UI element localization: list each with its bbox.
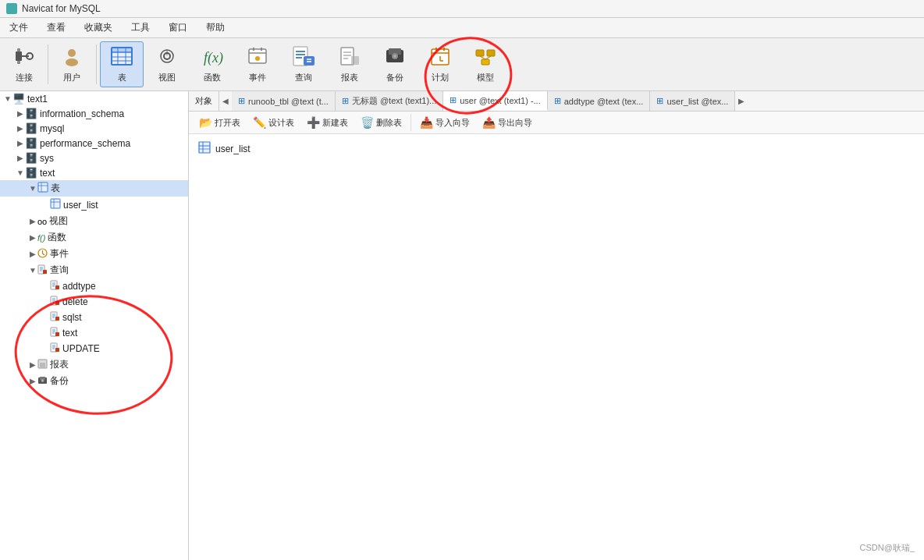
query-label: 查询 xyxy=(295,72,312,83)
new-table-label: 新建表 xyxy=(322,117,348,129)
open-table-button[interactable]: 📂 打开表 xyxy=(194,114,246,131)
addtype-arrow: ▶ xyxy=(41,282,50,291)
svg-point-5 xyxy=(68,49,76,57)
query-group-icon xyxy=(37,264,48,277)
info-arrow: ▶ xyxy=(16,109,25,118)
event-group-label: 事件 xyxy=(50,247,69,261)
svg-text:f(x): f(x) xyxy=(204,50,223,66)
sidebar-group-event[interactable]: ▶ 事件 xyxy=(0,246,188,262)
toolbar-backup-button[interactable]: 备份 xyxy=(373,41,417,87)
sidebar-group-table[interactable]: ▼ 表 xyxy=(0,180,188,197)
sidebar-item-sys[interactable]: ▶ 🗄️ sys xyxy=(0,151,188,165)
main-layout: ▼ 🖥️ text1 ▶ 🗄️ information_schema ▶ 🗄️ … xyxy=(0,91,924,560)
import-button[interactable]: 📥 导入向导 xyxy=(414,114,475,131)
table-group-label: 表 xyxy=(51,182,60,195)
tab-label-userlist: user_list @tex... xyxy=(666,97,728,106)
db-icon-text: 🗄️ xyxy=(25,167,37,179)
toolbar-report-button[interactable]: 报表 xyxy=(328,41,371,87)
menu-file[interactable]: 文件 xyxy=(6,19,31,36)
sidebar-item-user-list[interactable]: ▶ user_list xyxy=(0,197,188,213)
event-icon xyxy=(246,45,269,70)
svg-rect-46 xyxy=(482,59,489,65)
tab-user[interactable]: ⊞ user @text (text1) -... xyxy=(443,91,547,111)
table-label: 表 xyxy=(118,72,126,83)
connect-label: 连接 xyxy=(16,72,33,83)
text-query-label: text xyxy=(62,328,77,338)
sidebar-item-update[interactable]: ▶ UPDATE xyxy=(0,341,188,356)
text-query-icon xyxy=(50,327,60,339)
sidebar-item-sqlst[interactable]: ▶ sqlst xyxy=(0,310,188,325)
tab-userlist[interactable]: ⊞ user_list @tex... xyxy=(650,91,735,111)
update-icon xyxy=(50,342,60,355)
svg-rect-0 xyxy=(16,51,22,61)
sidebar-group-report[interactable]: ▶ 报表 xyxy=(0,356,188,373)
tab-untitled[interactable]: ⊞ 无标题 @text (text1)... xyxy=(336,91,443,111)
user-list-arrow: ▶ xyxy=(41,200,50,209)
text-db-arrow: ▼ xyxy=(16,168,25,177)
table-group-arrow: ▼ xyxy=(28,184,37,193)
toolbar-table-button[interactable]: 表 xyxy=(100,41,144,87)
query-group-label: 查询 xyxy=(50,264,69,277)
toolbar-schedule-button[interactable]: 计划 xyxy=(418,41,462,87)
open-table-label: 打开表 xyxy=(215,117,240,129)
menu-help[interactable]: 帮助 xyxy=(203,19,228,36)
mysql-arrow: ▶ xyxy=(16,124,25,133)
sidebar-group-backup[interactable]: ▶ 备份 xyxy=(0,373,188,389)
addtype-icon xyxy=(50,280,60,292)
delete-table-button[interactable]: 🗑️ 删除表 xyxy=(355,114,407,131)
export-button[interactable]: 📤 导出向导 xyxy=(477,114,538,131)
model-label: 模型 xyxy=(477,72,494,83)
toolbar-func-button[interactable]: f(x) 函数 xyxy=(190,41,234,87)
tab-prev-button[interactable]: ◀ xyxy=(219,91,232,111)
tab-runoob[interactable]: ⊞ runoob_tbl @text (t... xyxy=(232,91,336,111)
tab-next-button[interactable]: ▶ xyxy=(735,91,748,111)
sidebar-item-information-schema[interactable]: ▶ 🗄️ information_schema xyxy=(0,106,188,121)
svg-rect-49 xyxy=(38,183,48,192)
tab-label-runoob: runoob_tbl @text (t... xyxy=(248,97,329,106)
menu-view[interactable]: 查看 xyxy=(44,19,69,36)
sidebar-group-func[interactable]: ▶ f() 函数 xyxy=(0,229,188,246)
toolbar-event-button[interactable]: 事件 xyxy=(236,41,279,87)
delete-icon-obj: 🗑️ xyxy=(361,116,374,129)
tab-addtype[interactable]: ⊞ addtype @text (tex... xyxy=(548,91,651,111)
sidebar-root[interactable]: ▼ 🖥️ text1 xyxy=(0,91,188,106)
menu-bar: 文件 查看 收藏夹 工具 窗口 帮助 xyxy=(0,18,924,38)
backup-group-arrow: ▶ xyxy=(28,377,37,385)
toolbar-user-button[interactable]: 用户 xyxy=(51,41,93,87)
object-toolbar: 📂 打开表 ✏️ 设计表 ➕ 新建表 🗑️ 删除表 📥 xyxy=(189,112,924,134)
event-group-arrow: ▶ xyxy=(28,250,37,258)
sidebar-item-delete[interactable]: ▶ delete xyxy=(0,294,188,310)
sidebar-group-query[interactable]: ▼ 查询 xyxy=(0,262,188,278)
sidebar-group-view[interactable]: ▶ oo 视图 xyxy=(0,213,188,229)
sidebar-item-addtype[interactable]: ▶ addtype xyxy=(0,278,188,294)
report-group-label: 报表 xyxy=(50,358,69,371)
open-table-icon: 📂 xyxy=(199,116,212,129)
sidebar-item-text-db[interactable]: ▼ 🗄️ text xyxy=(0,165,188,180)
toolbar-view-button[interactable]: 视图 xyxy=(145,41,189,87)
menu-window[interactable]: 窗口 xyxy=(165,19,190,36)
db-icon-info: 🗄️ xyxy=(25,108,37,119)
new-table-button[interactable]: ➕ 新建表 xyxy=(301,114,354,131)
design-label: 设计表 xyxy=(268,117,294,129)
func-icon: f(x) xyxy=(201,45,224,70)
sidebar-item-performance-schema[interactable]: ▶ 🗄️ performance_schema xyxy=(0,136,188,151)
toolbar-query-button[interactable]: 查询 xyxy=(281,41,326,87)
design-table-button[interactable]: ✏️ 设计表 xyxy=(247,114,300,131)
toolbar-model-button[interactable]: 模型 xyxy=(464,41,507,87)
svg-rect-62 xyxy=(43,270,47,274)
menu-tools[interactable]: 工具 xyxy=(128,19,153,36)
user-icon xyxy=(61,45,83,70)
backup-group-icon xyxy=(37,375,48,388)
menu-favorites[interactable]: 收藏夹 xyxy=(81,19,116,36)
report-group-icon xyxy=(37,359,48,371)
db-label-info: information_schema xyxy=(40,108,124,119)
tab-icon-user: ⊞ xyxy=(450,95,457,105)
delete-icon xyxy=(50,296,60,308)
sidebar-item-mysql[interactable]: ▶ 🗄️ mysql xyxy=(0,121,188,136)
view-group-icon: oo xyxy=(37,217,47,226)
sidebar-item-text-query[interactable]: ▶ text xyxy=(0,325,188,341)
table-item-user-list[interactable]: user_list xyxy=(194,139,919,158)
svg-point-93 xyxy=(42,380,44,381)
toolbar-connect-button[interactable]: 连接 xyxy=(3,41,45,87)
svg-rect-72 xyxy=(55,301,59,305)
